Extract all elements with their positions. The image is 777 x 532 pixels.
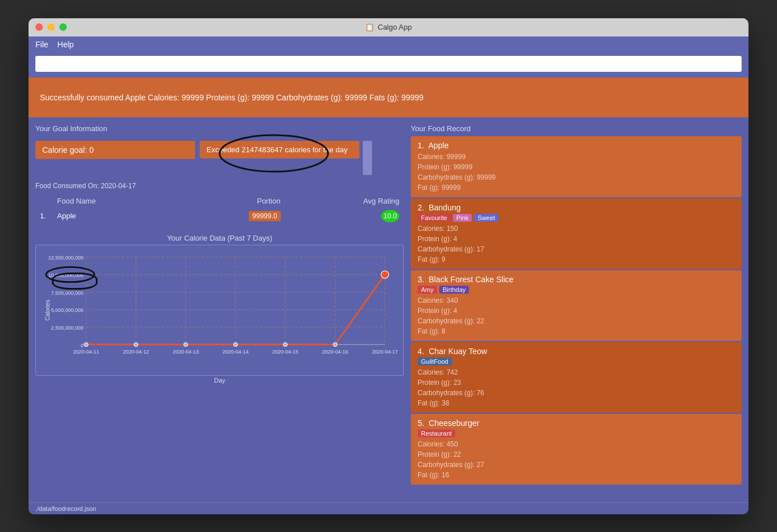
title-bar: 📋 Calgo App bbox=[29, 18, 748, 36]
tag-row: Restaurant bbox=[418, 429, 735, 437]
row-num: 1. bbox=[35, 208, 52, 225]
tag-sweet: Sweet bbox=[474, 214, 499, 222]
food-item-carbs: Carbohydrates (g): 27 bbox=[418, 460, 735, 470]
food-record-label: Your Food Record bbox=[411, 124, 742, 133]
svg-text:2020-04-12: 2020-04-12 bbox=[123, 348, 149, 354]
svg-point-28 bbox=[84, 342, 88, 346]
food-item-protein: Protein (g): 23 bbox=[418, 377, 735, 388]
food-item-fat: Fat (g): 8 bbox=[418, 326, 735, 336]
food-record-item[interactable]: 1. Apple Calories: 99999 Protein (g): 99… bbox=[411, 136, 742, 197]
svg-text:2020-04-14: 2020-04-14 bbox=[222, 348, 249, 354]
exceeded-box: Exceeded 2147483647 calories for the day bbox=[200, 141, 359, 159]
food-item-name: 3. Black Forest Cake Slice bbox=[418, 275, 735, 284]
food-item-fat: Fat (g): 38 bbox=[418, 398, 735, 408]
svg-text:10,000,000,000: 10,000,000,000 bbox=[48, 273, 84, 278]
food-item-calories: Calories: 450 bbox=[418, 439, 735, 449]
main-content: Your Goal Information Calorie goal: 0 Ex… bbox=[29, 117, 748, 502]
svg-text:2020-04-15: 2020-04-15 bbox=[272, 348, 298, 354]
food-item-fat: Fat (g): 16 bbox=[418, 470, 735, 480]
food-record-item[interactable]: 2. Bandung FavouritePinkSweet Calories: … bbox=[411, 198, 742, 269]
food-item-fat: Fat (g): 99999 bbox=[418, 182, 735, 193]
food-record-item[interactable]: 3. Black Forest Cake Slice AmyBirthday C… bbox=[411, 270, 742, 341]
food-item-name: 2. Bandung bbox=[418, 203, 735, 212]
tag-restaurant: Restaurant bbox=[418, 429, 455, 437]
scroll-indicator[interactable] bbox=[363, 141, 372, 175]
chart-y-label: Calories bbox=[44, 299, 51, 320]
row-rating: 10.0 bbox=[285, 208, 404, 225]
food-record-list: 1. Apple Calories: 99999 Protein (g): 99… bbox=[411, 136, 742, 496]
svg-text:7,500,000,000: 7,500,000,000 bbox=[51, 290, 84, 295]
svg-text:2,500,000,000: 2,500,000,000 bbox=[51, 325, 84, 331]
menu-help[interactable]: Help bbox=[58, 40, 74, 49]
food-item-carbs: Carbohydrates (g): 76 bbox=[418, 388, 735, 398]
tag-amy: Amy bbox=[418, 286, 437, 294]
app-window: 📋 Calgo App File Help Successfully consu… bbox=[29, 18, 748, 514]
goal-section-label: Your Goal Information bbox=[35, 124, 404, 133]
food-table: Food Name Portion Avg Rating 1. Apple 99… bbox=[35, 194, 404, 225]
food-item-carbs: Carbohydrates (g): 17 bbox=[418, 244, 735, 254]
window-title: 📋 Calgo App bbox=[365, 23, 412, 31]
food-item-fat: Fat (g): 9 bbox=[418, 254, 735, 265]
food-item-calories: Calories: 340 bbox=[418, 295, 735, 306]
col-food-name: Food Name bbox=[52, 194, 178, 208]
svg-point-34 bbox=[381, 271, 388, 278]
status-text: ./data/foodrecord.json bbox=[35, 505, 96, 512]
chart-section: Your Calorie Data (Past 7 Days) Calories… bbox=[35, 234, 404, 496]
food-item-name: 4. Char Kuay Teow bbox=[418, 347, 735, 356]
svg-point-31 bbox=[234, 342, 238, 346]
svg-point-30 bbox=[184, 342, 188, 346]
svg-text:12,500,000,000: 12,500,000,000 bbox=[48, 255, 84, 261]
minimize-button[interactable] bbox=[47, 23, 55, 31]
food-item-protein: Protein (g): 22 bbox=[418, 449, 735, 460]
food-date: Food Consumed On: 2020-04-17 bbox=[35, 182, 404, 190]
tag-guiltfood: GuiltFood bbox=[418, 358, 452, 366]
tag-row: AmyBirthday bbox=[418, 286, 735, 294]
search-bar bbox=[29, 52, 748, 78]
food-record-item[interactable]: 5. Cheeseburger Restaurant Calories: 450… bbox=[411, 414, 742, 485]
svg-text:2020-04-11: 2020-04-11 bbox=[73, 348, 99, 354]
food-item-protein: Protein (g): 99999 bbox=[418, 162, 735, 172]
left-panel: Your Goal Information Calorie goal: 0 Ex… bbox=[35, 124, 404, 496]
food-item-calories: Calories: 99999 bbox=[418, 152, 735, 162]
svg-text:2020-04-16: 2020-04-16 bbox=[322, 348, 349, 354]
tag-favourite: Favourite bbox=[418, 214, 451, 222]
svg-text:0: 0 bbox=[81, 342, 84, 348]
col-num bbox=[35, 194, 52, 208]
col-portion: Portion bbox=[178, 194, 285, 208]
maximize-button[interactable] bbox=[59, 23, 67, 31]
tag-row: GuiltFood bbox=[418, 358, 735, 366]
notification-message: Successfully consumed Apple Calories: 99… bbox=[40, 93, 423, 102]
right-panel: Your Food Record 1. Apple Calories: 9999… bbox=[411, 124, 742, 496]
tag-row: FavouritePinkSweet bbox=[418, 214, 735, 222]
search-input[interactable] bbox=[35, 56, 742, 72]
exceeded-message: Exceeded 2147483647 calories for the day bbox=[207, 145, 347, 154]
chart-title: Your Calorie Data (Past 7 Days) bbox=[35, 234, 404, 242]
table-row: 1. Apple 99999.0 10.0 bbox=[35, 208, 404, 225]
svg-text:2020-04-13: 2020-04-13 bbox=[173, 348, 199, 354]
status-bar: ./data/foodrecord.json bbox=[29, 502, 748, 514]
goal-row: Calorie goal: 0 Exceeded 2147483647 calo… bbox=[35, 141, 404, 175]
svg-point-33 bbox=[333, 342, 337, 346]
notification-bar: Successfully consumed Apple Calories: 99… bbox=[29, 78, 748, 117]
svg-text:5,000,000,000: 5,000,000,000 bbox=[51, 307, 84, 313]
svg-text:2020-04-17: 2020-04-17 bbox=[372, 348, 398, 354]
col-avg-rating: Avg Rating bbox=[285, 194, 404, 208]
chart-x-label: Day bbox=[35, 377, 404, 384]
close-button[interactable] bbox=[35, 23, 43, 31]
food-item-name: 5. Cheeseburger bbox=[418, 419, 735, 428]
svg-point-29 bbox=[134, 342, 138, 346]
chart-svg: 12,500,000,00010,000,000,0007,500,000,00… bbox=[42, 251, 398, 369]
goal-section: Calorie goal: 0 Exceeded 2147483647 calo… bbox=[35, 141, 404, 175]
food-record-item[interactable]: 4. Char Kuay Teow GuiltFood Calories: 74… bbox=[411, 342, 742, 413]
row-food-name: Apple bbox=[52, 208, 178, 225]
rating-badge: 10.0 bbox=[381, 210, 399, 222]
chart-container: Calories 12,500,000,00010,000,000,0007,5… bbox=[35, 245, 404, 376]
svg-point-32 bbox=[284, 342, 288, 346]
food-item-carbs: Carbohydrates (g): 22 bbox=[418, 316, 735, 326]
food-item-name: 1. Apple bbox=[418, 141, 735, 150]
menu-file[interactable]: File bbox=[35, 40, 48, 49]
food-item-protein: Protein (g): 4 bbox=[418, 234, 735, 244]
menu-bar: File Help bbox=[29, 36, 748, 52]
food-item-calories: Calories: 742 bbox=[418, 367, 735, 377]
food-item-calories: Calories: 150 bbox=[418, 224, 735, 234]
